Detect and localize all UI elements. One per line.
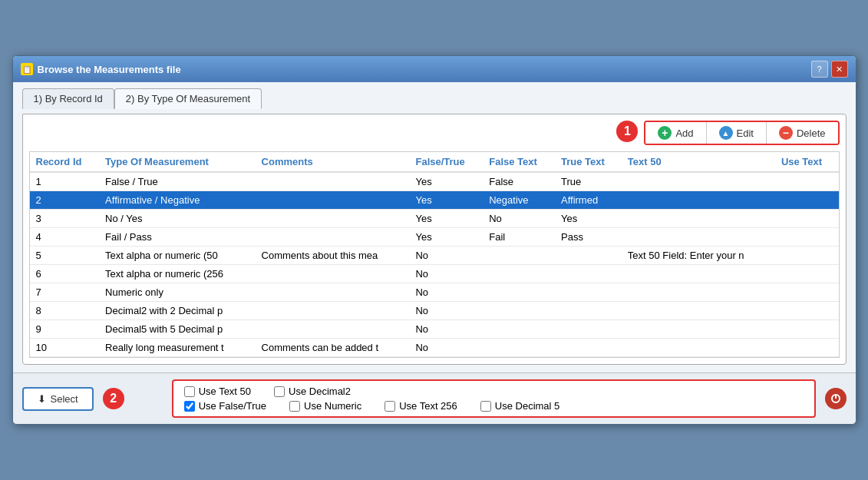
table-cell: Affirmative / Negative bbox=[99, 191, 255, 210]
power-icon bbox=[830, 393, 841, 404]
table-cell bbox=[775, 228, 839, 247]
table-row[interactable]: 10Really long measurement tComments can … bbox=[30, 339, 839, 357]
table-cell: Decimal5 with 5 Decimal p bbox=[99, 320, 255, 339]
edit-icon: ▲ bbox=[719, 126, 733, 140]
table-cell bbox=[256, 302, 410, 320]
table-row[interactable]: 6Text alpha or numeric (256No bbox=[30, 265, 839, 283]
table-cell bbox=[555, 265, 622, 283]
checkboxes-row-2: Use False/True Use Numeric Use Text 256 … bbox=[184, 400, 804, 412]
table-cell: 1 bbox=[30, 172, 100, 191]
table-cell: No / Yes bbox=[99, 210, 255, 228]
use-decimal5-input[interactable] bbox=[480, 401, 491, 412]
table-cell bbox=[622, 320, 775, 339]
tab-by-type[interactable]: 2) By Type Of Measurement bbox=[114, 88, 262, 109]
delete-icon: − bbox=[779, 126, 793, 140]
add-button[interactable]: + Add bbox=[645, 122, 706, 144]
close-button[interactable]: ✕ bbox=[831, 61, 848, 78]
table-cell: Comments about this mea bbox=[256, 247, 410, 265]
main-panel: 1 + Add ▲ Edit − Delete bbox=[22, 114, 847, 365]
use-text50-input[interactable] bbox=[184, 386, 195, 397]
table-cell bbox=[622, 283, 775, 302]
table-cell bbox=[483, 283, 555, 302]
table-cell bbox=[775, 172, 839, 191]
table-cell bbox=[256, 228, 410, 247]
table-cell: Text alpha or numeric (50 bbox=[99, 247, 255, 265]
table-cell bbox=[622, 339, 775, 357]
use-text256-input[interactable] bbox=[384, 401, 395, 412]
add-icon: + bbox=[658, 126, 672, 140]
table-header-row: Record Id Type Of Measurement Comments F… bbox=[30, 152, 839, 172]
delete-button[interactable]: − Delete bbox=[767, 122, 838, 144]
table-container[interactable]: Record Id Type Of Measurement Comments F… bbox=[29, 151, 840, 358]
table-row[interactable]: 2Affirmative / NegativeYesNegativeAffirm… bbox=[30, 191, 839, 210]
col-use-text: Use Text bbox=[775, 152, 839, 172]
checkbox-use-text50[interactable]: Use Text 50 bbox=[184, 386, 251, 397]
use-decimal2-input[interactable] bbox=[274, 386, 285, 397]
table-cell bbox=[555, 302, 622, 320]
table-row[interactable]: 4Fail / PassYesFailPass bbox=[30, 228, 839, 247]
use-false-true-input[interactable] bbox=[184, 401, 195, 412]
window-title: Browse the Measurements file bbox=[38, 64, 181, 75]
use-numeric-label: Use Numeric bbox=[304, 400, 361, 412]
col-true-text: True Text bbox=[555, 152, 622, 172]
table-cell bbox=[622, 228, 775, 247]
table-cell bbox=[622, 210, 775, 228]
table-row[interactable]: 7Numeric onlyNo bbox=[30, 283, 839, 302]
table-cell bbox=[622, 191, 775, 210]
checkbox-use-numeric[interactable]: Use Numeric bbox=[289, 400, 361, 412]
table-cell: False / True bbox=[99, 172, 255, 191]
power-button[interactable] bbox=[825, 388, 847, 409]
table-cell: Decimal2 with 2 Decimal p bbox=[99, 302, 255, 320]
table-cell bbox=[483, 320, 555, 339]
table-cell bbox=[555, 339, 622, 357]
table-cell: True bbox=[555, 172, 622, 191]
delete-label: Delete bbox=[797, 127, 826, 139]
checkbox-use-text256[interactable]: Use Text 256 bbox=[384, 400, 457, 412]
table-cell: Text 50 Field: Enter your n bbox=[622, 247, 775, 265]
table-cell: No bbox=[409, 283, 483, 302]
table-row[interactable]: 9Decimal5 with 5 Decimal pNo bbox=[30, 320, 839, 339]
checkboxes-group: Use Text 50 Use Decimal2 Use False/True … bbox=[172, 379, 816, 418]
table-cell bbox=[775, 265, 839, 283]
table-cell: Yes bbox=[409, 210, 483, 228]
table-cell bbox=[256, 172, 410, 191]
edit-button[interactable]: ▲ Edit bbox=[707, 122, 767, 144]
select-label: Select bbox=[51, 393, 78, 405]
checkbox-use-decimal5[interactable]: Use Decimal 5 bbox=[480, 400, 560, 412]
table-cell: 5 bbox=[30, 247, 100, 265]
tab-by-record-id[interactable]: 1) By Record Id bbox=[22, 88, 114, 109]
title-bar-left: 📋 Browse the Measurements file bbox=[21, 63, 181, 75]
table-row[interactable]: 8Decimal2 with 2 Decimal pNo bbox=[30, 302, 839, 320]
help-button[interactable]: ? bbox=[811, 61, 828, 78]
use-numeric-input[interactable] bbox=[289, 401, 300, 412]
col-type: Type Of Measurement bbox=[99, 152, 255, 172]
table-cell: Pass bbox=[555, 228, 622, 247]
title-bar: 📋 Browse the Measurements file ? ✕ bbox=[13, 56, 856, 82]
checkbox-use-decimal2[interactable]: Use Decimal2 bbox=[274, 386, 351, 397]
content-area: 1) By Record Id 2) By Type Of Measuremen… bbox=[13, 82, 856, 372]
checkbox-use-false-true[interactable]: Use False/True bbox=[184, 400, 266, 412]
table-cell bbox=[775, 339, 839, 357]
table-cell: Yes bbox=[409, 191, 483, 210]
table-cell: No bbox=[409, 320, 483, 339]
table-cell bbox=[775, 210, 839, 228]
table-cell: No bbox=[409, 339, 483, 357]
action-buttons: + Add ▲ Edit − Delete bbox=[644, 121, 839, 145]
table-cell bbox=[256, 283, 410, 302]
table-cell: Affirmed bbox=[555, 191, 622, 210]
table-cell bbox=[483, 339, 555, 357]
col-falsetrue: False/True bbox=[409, 152, 483, 172]
table-cell: 6 bbox=[30, 265, 100, 283]
table-row[interactable]: 5Text alpha or numeric (50Comments about… bbox=[30, 247, 839, 265]
table-cell: Yes bbox=[409, 228, 483, 247]
tab-bar: 1) By Record Id 2) By Type Of Measuremen… bbox=[22, 88, 847, 109]
table-row[interactable]: 3No / YesYesNoYes bbox=[30, 210, 839, 228]
table-cell: Comments can be added t bbox=[256, 339, 410, 357]
table-row[interactable]: 1False / TrueYesFalseTrue bbox=[30, 172, 839, 191]
table-cell: 2 bbox=[30, 191, 100, 210]
table-cell bbox=[775, 302, 839, 320]
table-cell: Fail / Pass bbox=[99, 228, 255, 247]
select-button[interactable]: ⬇ Select bbox=[22, 387, 94, 411]
table-cell: False bbox=[483, 172, 555, 191]
table-cell: 4 bbox=[30, 228, 100, 247]
